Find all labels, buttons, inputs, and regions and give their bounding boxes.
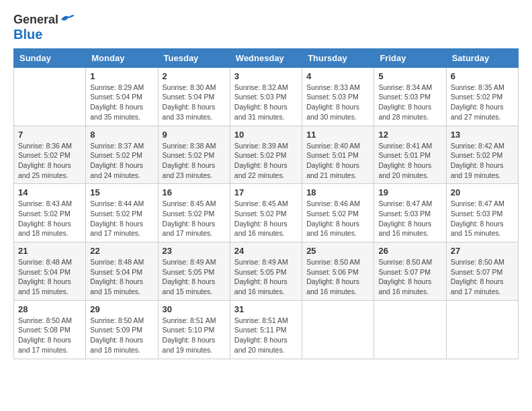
day-info: Sunrise: 8:43 AM Sunset: 5:02 PM Dayligh… bbox=[18, 199, 81, 238]
calendar-cell: 12 Sunrise: 8:41 AM Sunset: 5:01 PM Dayl… bbox=[374, 126, 446, 184]
day-number: 30 bbox=[163, 304, 226, 314]
sunset-text: Sunset: 5:11 PM bbox=[234, 326, 287, 334]
sunset-text: Sunset: 5:07 PM bbox=[451, 268, 503, 276]
day-number: 12 bbox=[378, 130, 441, 140]
daylight-text: Daylight: 8 hours and 17 minutes. bbox=[18, 336, 71, 354]
daylight-text: Daylight: 8 hours and 16 minutes. bbox=[306, 220, 359, 238]
day-info: Sunrise: 8:48 AM Sunset: 5:04 PM Dayligh… bbox=[18, 257, 81, 297]
daylight-text: Daylight: 8 hours and 27 minutes. bbox=[451, 103, 504, 121]
sunset-text: Sunset: 5:07 PM bbox=[378, 268, 431, 276]
daylight-text: Daylight: 8 hours and 16 minutes. bbox=[234, 277, 287, 295]
day-info: Sunrise: 8:50 AM Sunset: 5:09 PM Dayligh… bbox=[90, 316, 153, 355]
sunrise-text: Sunrise: 8:47 AM bbox=[451, 199, 504, 208]
sunrise-text: Sunrise: 8:35 AM bbox=[451, 83, 504, 91]
calendar-cell: 27 Sunrise: 8:50 AM Sunset: 5:07 PM Dayl… bbox=[446, 242, 518, 301]
daylight-text: Daylight: 8 hours and 23 minutes. bbox=[163, 161, 216, 179]
sunrise-text: Sunrise: 8:32 AM bbox=[234, 83, 288, 91]
day-info: Sunrise: 8:46 AM Sunset: 5:02 PM Dayligh… bbox=[306, 199, 369, 238]
day-info: Sunrise: 8:40 AM Sunset: 5:01 PM Dayligh… bbox=[306, 141, 369, 181]
sunset-text: Sunset: 5:02 PM bbox=[234, 151, 287, 159]
day-number: 29 bbox=[90, 304, 153, 314]
day-number: 13 bbox=[451, 130, 514, 140]
sunset-text: Sunset: 5:02 PM bbox=[18, 210, 71, 218]
day-info: Sunrise: 8:33 AM Sunset: 5:03 PM Dayligh… bbox=[306, 83, 369, 122]
calendar-cell: 8 Sunrise: 8:37 AM Sunset: 5:02 PM Dayli… bbox=[86, 126, 158, 184]
sunrise-text: Sunrise: 8:46 AM bbox=[306, 199, 360, 208]
day-number: 16 bbox=[163, 187, 226, 197]
sunset-text: Sunset: 5:04 PM bbox=[90, 268, 142, 276]
day-info: Sunrise: 8:41 AM Sunset: 5:01 PM Dayligh… bbox=[378, 141, 441, 181]
sunrise-text: Sunrise: 8:37 AM bbox=[90, 142, 144, 150]
header-cell-sunday: Sunday bbox=[14, 48, 86, 67]
sunset-text: Sunset: 5:09 PM bbox=[90, 326, 142, 334]
calendar-cell: 26 Sunrise: 8:50 AM Sunset: 5:07 PM Dayl… bbox=[374, 242, 446, 301]
daylight-text: Daylight: 8 hours and 22 minutes. bbox=[234, 161, 287, 179]
sunset-text: Sunset: 5:02 PM bbox=[451, 93, 503, 101]
sunset-text: Sunset: 5:02 PM bbox=[163, 210, 215, 218]
week-row-3: 14 Sunrise: 8:43 AM Sunset: 5:02 PM Dayl… bbox=[14, 184, 519, 242]
day-number: 18 bbox=[306, 187, 369, 197]
calendar-body: 1 Sunrise: 8:29 AM Sunset: 5:04 PM Dayli… bbox=[14, 67, 519, 359]
sunrise-text: Sunrise: 8:48 AM bbox=[90, 258, 144, 266]
sunset-text: Sunset: 5:04 PM bbox=[163, 93, 215, 101]
calendar-cell: 25 Sunrise: 8:50 AM Sunset: 5:06 PM Dayl… bbox=[302, 242, 374, 301]
calendar-cell: 6 Sunrise: 8:35 AM Sunset: 5:02 PM Dayli… bbox=[446, 67, 518, 126]
daylight-text: Daylight: 8 hours and 24 minutes. bbox=[90, 161, 143, 179]
day-number: 31 bbox=[234, 304, 298, 314]
sunrise-text: Sunrise: 8:50 AM bbox=[451, 258, 504, 266]
day-info: Sunrise: 8:42 AM Sunset: 5:02 PM Dayligh… bbox=[451, 141, 514, 181]
logo-blue: Blue bbox=[13, 27, 42, 42]
daylight-text: Daylight: 8 hours and 18 minutes. bbox=[18, 220, 71, 238]
calendar-cell: 16 Sunrise: 8:45 AM Sunset: 5:02 PM Dayl… bbox=[158, 184, 230, 242]
sunset-text: Sunset: 5:02 PM bbox=[234, 210, 287, 218]
day-info: Sunrise: 8:50 AM Sunset: 5:07 PM Dayligh… bbox=[451, 257, 514, 297]
sunrise-text: Sunrise: 8:39 AM bbox=[234, 142, 288, 150]
calendar-cell: 2 Sunrise: 8:30 AM Sunset: 5:04 PM Dayli… bbox=[158, 67, 230, 126]
sunrise-text: Sunrise: 8:50 AM bbox=[306, 258, 360, 266]
sunrise-text: Sunrise: 8:51 AM bbox=[163, 316, 216, 324]
day-number: 17 bbox=[234, 187, 298, 197]
sunrise-text: Sunrise: 8:45 AM bbox=[163, 199, 216, 208]
header-cell-thursday: Thursday bbox=[302, 48, 374, 67]
day-info: Sunrise: 8:44 AM Sunset: 5:02 PM Dayligh… bbox=[90, 199, 153, 238]
daylight-text: Daylight: 8 hours and 17 minutes. bbox=[163, 220, 216, 238]
header-cell-monday: Monday bbox=[86, 48, 158, 67]
calendar-cell: 14 Sunrise: 8:43 AM Sunset: 5:02 PM Dayl… bbox=[14, 184, 86, 242]
daylight-text: Daylight: 8 hours and 25 minutes. bbox=[18, 161, 71, 179]
daylight-text: Daylight: 8 hours and 31 minutes. bbox=[234, 103, 287, 121]
day-info: Sunrise: 8:50 AM Sunset: 5:06 PM Dayligh… bbox=[306, 257, 369, 297]
calendar-cell: 10 Sunrise: 8:39 AM Sunset: 5:02 PM Dayl… bbox=[230, 126, 302, 184]
sunrise-text: Sunrise: 8:50 AM bbox=[18, 316, 72, 324]
day-number: 7 bbox=[18, 130, 81, 140]
day-number: 28 bbox=[18, 304, 81, 314]
calendar-cell: 5 Sunrise: 8:34 AM Sunset: 5:03 PM Dayli… bbox=[374, 67, 446, 126]
sunrise-text: Sunrise: 8:40 AM bbox=[306, 142, 360, 150]
logo-general: General bbox=[13, 13, 58, 26]
day-number: 22 bbox=[90, 246, 153, 256]
sunset-text: Sunset: 5:03 PM bbox=[378, 210, 431, 218]
day-number: 3 bbox=[234, 71, 298, 81]
daylight-text: Daylight: 8 hours and 16 minutes. bbox=[378, 277, 431, 295]
day-info: Sunrise: 8:45 AM Sunset: 5:02 PM Dayligh… bbox=[163, 199, 226, 238]
calendar-cell: 18 Sunrise: 8:46 AM Sunset: 5:02 PM Dayl… bbox=[302, 184, 374, 242]
logo-bird-icon bbox=[60, 13, 75, 25]
day-number: 5 bbox=[378, 71, 441, 81]
day-info: Sunrise: 8:34 AM Sunset: 5:03 PM Dayligh… bbox=[378, 83, 441, 122]
sunset-text: Sunset: 5:02 PM bbox=[451, 151, 503, 159]
daylight-text: Daylight: 8 hours and 33 minutes. bbox=[163, 103, 216, 121]
calendar-cell: 4 Sunrise: 8:33 AM Sunset: 5:03 PM Dayli… bbox=[302, 67, 374, 126]
sunset-text: Sunset: 5:02 PM bbox=[90, 210, 142, 218]
day-number: 19 bbox=[378, 187, 441, 197]
daylight-text: Daylight: 8 hours and 21 minutes. bbox=[306, 161, 359, 179]
calendar-cell bbox=[14, 67, 86, 126]
day-info: Sunrise: 8:29 AM Sunset: 5:04 PM Dayligh… bbox=[90, 83, 153, 122]
day-number: 6 bbox=[451, 71, 514, 81]
sunrise-text: Sunrise: 8:50 AM bbox=[378, 258, 432, 266]
sunset-text: Sunset: 5:03 PM bbox=[451, 210, 503, 218]
sunrise-text: Sunrise: 8:47 AM bbox=[378, 199, 432, 208]
sunset-text: Sunset: 5:02 PM bbox=[18, 151, 71, 159]
daylight-text: Daylight: 8 hours and 30 minutes. bbox=[306, 103, 359, 121]
sunset-text: Sunset: 5:02 PM bbox=[306, 210, 359, 218]
week-row-4: 21 Sunrise: 8:48 AM Sunset: 5:04 PM Dayl… bbox=[14, 242, 519, 301]
sunset-text: Sunset: 5:02 PM bbox=[163, 151, 215, 159]
